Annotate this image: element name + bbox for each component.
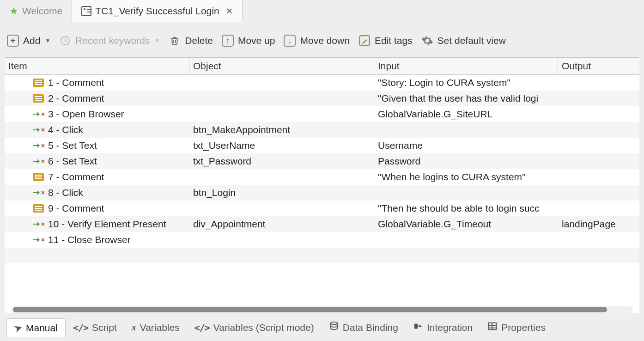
edit-tags-label: Edit tags: [375, 35, 413, 46]
horizontal-scrollbar[interactable]: [11, 306, 633, 313]
table-row[interactable]: 7 - Comment"When he logins to CURA syste…: [5, 169, 639, 185]
cell-output[interactable]: [558, 232, 639, 248]
step-label: 7 - Comment: [48, 171, 104, 183]
step-label: 4 - Click: [48, 124, 83, 135]
editor-tab-bar: ★ Welcome TC1_Verify Successful Login ✕: [0, 0, 644, 22]
tab-data-binding-label: Data Binding: [343, 322, 398, 333]
table-row[interactable]: ×3 - Open BrowserGlobalVariable.G_SiteUR…: [5, 106, 639, 122]
comment-icon: [32, 78, 44, 87]
delete-button[interactable]: Delete: [168, 34, 213, 47]
cell-item[interactable]: ×6 - Set Text: [5, 153, 189, 169]
col-output-header[interactable]: Output: [558, 58, 639, 74]
table-header: Item Object Input Output: [5, 58, 639, 75]
table-row[interactable]: ×5 - Set Texttxt_UserNameUsername: [5, 138, 639, 153]
action-icon: ×: [32, 141, 44, 150]
cell-input[interactable]: GlobalVariable.G_Timeout: [374, 216, 558, 232]
cell-output[interactable]: [558, 248, 639, 263]
cell-item[interactable]: 7 - Comment: [5, 169, 189, 185]
cell-output[interactable]: [558, 75, 639, 91]
tab-variables[interactable]: x Variables: [124, 318, 187, 337]
cell-input[interactable]: Password: [374, 153, 558, 169]
cell-object[interactable]: txt_Password: [189, 153, 374, 169]
add-button[interactable]: + Add ▼: [6, 34, 50, 47]
cell-item[interactable]: ×3 - Open Browser: [5, 106, 189, 122]
table-row[interactable]: 1 - Comment"Story: Login to CURA system": [5, 75, 639, 91]
cell-input[interactable]: [374, 248, 558, 263]
table-row[interactable]: [5, 263, 639, 279]
col-input-header[interactable]: Input: [374, 58, 558, 74]
cell-input[interactable]: [374, 122, 558, 138]
cell-object[interactable]: [189, 232, 374, 248]
cell-input[interactable]: "Story: Login to CURA system": [374, 75, 558, 91]
table-row[interactable]: 9 - Comment"Then he should be able to lo…: [5, 201, 639, 216]
col-item-header[interactable]: Item: [5, 58, 189, 74]
cell-object[interactable]: [189, 201, 374, 216]
recent-keywords-button[interactable]: Recent keywords ▼: [59, 34, 160, 47]
cell-item[interactable]: [5, 263, 189, 279]
cell-input[interactable]: [374, 232, 558, 248]
tab-testcase[interactable]: TC1_Verify Successful Login ✕: [72, 0, 242, 22]
tab-integration[interactable]: Integration: [406, 317, 480, 337]
cell-output[interactable]: [558, 201, 639, 216]
step-label: 9 - Comment: [48, 203, 104, 214]
cell-output[interactable]: [558, 169, 639, 185]
move-down-button[interactable]: ↓ Move down: [283, 34, 349, 47]
cell-object[interactable]: div_Appointment: [189, 216, 374, 232]
table-row[interactable]: ×6 - Set Texttxt_PasswordPassword: [5, 153, 639, 169]
edit-tags-button[interactable]: Edit tags: [358, 34, 413, 47]
table-row[interactable]: 2 - Comment"Given that the user has the …: [5, 91, 639, 106]
tab-variables-script-label: Variables (Script mode): [213, 322, 314, 333]
scroll-thumb[interactable]: [13, 307, 607, 312]
cell-input[interactable]: Username: [374, 138, 558, 153]
cell-item[interactable]: 1 - Comment: [5, 75, 189, 91]
cell-item[interactable]: 9 - Comment: [5, 201, 189, 216]
close-icon[interactable]: ✕: [226, 6, 233, 16]
tab-properties[interactable]: Properties: [480, 317, 553, 337]
cell-input[interactable]: "When he logins to CURA system": [374, 169, 558, 185]
cell-output[interactable]: landingPage: [558, 216, 639, 232]
tab-data-binding[interactable]: Data Binding: [322, 317, 406, 337]
cell-output[interactable]: [558, 122, 639, 138]
cell-object[interactable]: btn_MakeAppointment: [189, 122, 374, 138]
cell-object[interactable]: [189, 248, 374, 263]
cell-object[interactable]: [189, 106, 374, 122]
cell-input[interactable]: GlobalVariable.G_SiteURL: [374, 106, 558, 122]
move-up-button[interactable]: ↑ Move up: [221, 34, 275, 47]
cell-object[interactable]: [189, 169, 374, 185]
tab-script[interactable]: </> Script: [66, 318, 124, 337]
tab-welcome[interactable]: ★ Welcome: [0, 0, 72, 22]
table-row[interactable]: ×11 - Close Browser: [5, 232, 639, 248]
cell-object[interactable]: [189, 263, 374, 279]
table-row[interactable]: ×8 - Clickbtn_Login: [5, 185, 639, 201]
table-row[interactable]: ×10 - Verify Element Presentdiv_Appointm…: [5, 216, 639, 232]
table-row[interactable]: [5, 248, 639, 263]
cell-output[interactable]: [558, 185, 639, 201]
cell-object[interactable]: [189, 75, 374, 91]
cell-output[interactable]: [558, 91, 639, 106]
cell-object[interactable]: txt_UserName: [189, 138, 374, 153]
cell-item[interactable]: 2 - Comment: [5, 91, 189, 106]
cell-item[interactable]: ×11 - Close Browser: [5, 232, 189, 248]
tab-manual[interactable]: ➤ Manual: [6, 318, 66, 337]
cell-output[interactable]: [558, 153, 639, 169]
cell-input[interactable]: [374, 185, 558, 201]
set-default-view-button[interactable]: Set default view: [421, 34, 506, 47]
cell-object[interactable]: btn_Login: [189, 185, 374, 201]
cell-output[interactable]: [558, 263, 639, 279]
table-row[interactable]: ×4 - Clickbtn_MakeAppointment: [5, 122, 639, 138]
cell-input[interactable]: "Given that the user has the valid logi: [374, 91, 558, 106]
cell-input[interactable]: "Then he should be able to login succ: [374, 201, 558, 216]
cell-item[interactable]: ×10 - Verify Element Present: [5, 216, 189, 232]
cell-item[interactable]: ×8 - Click: [5, 185, 189, 201]
cell-output[interactable]: [558, 106, 639, 122]
step-label: 8 - Click: [48, 187, 83, 198]
tab-variables-script[interactable]: </> Variables (Script mode): [187, 318, 322, 337]
cell-output[interactable]: [558, 138, 639, 153]
step-label: 6 - Set Text: [48, 156, 97, 167]
cell-item[interactable]: ×4 - Click: [5, 122, 189, 138]
cell-object[interactable]: [189, 91, 374, 106]
cell-input[interactable]: [374, 263, 558, 279]
col-object-header[interactable]: Object: [189, 58, 374, 74]
cell-item[interactable]: ×5 - Set Text: [5, 138, 189, 153]
cell-item[interactable]: [5, 248, 189, 263]
